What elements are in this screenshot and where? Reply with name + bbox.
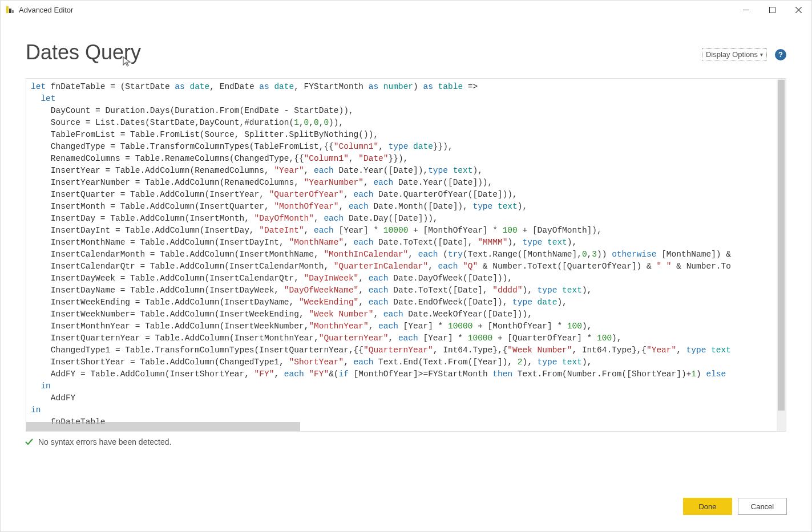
- horizontal-scroll-highlight: [26, 422, 300, 431]
- vertical-scrollbar[interactable]: [777, 79, 786, 431]
- help-button[interactable]: ?: [775, 49, 786, 60]
- cancel-button[interactable]: Cancel: [738, 498, 787, 515]
- code-editor-container: let fnDateTable = (StartDate as date, En…: [26, 78, 786, 432]
- checkmark-icon: [25, 437, 34, 446]
- minimize-button[interactable]: [733, 1, 759, 19]
- titlebar: Advanced Editor: [1, 1, 811, 19]
- code-editor[interactable]: let fnDateTable = (StartDate as date, En…: [26, 79, 786, 431]
- svg-rect-2: [12, 10, 14, 13]
- scroll-thumb[interactable]: [778, 80, 785, 411]
- cursor-icon: [123, 56, 132, 68]
- maximize-button[interactable]: [759, 1, 785, 19]
- svg-rect-1: [9, 9, 11, 13]
- close-button[interactable]: [785, 1, 811, 19]
- svg-rect-4: [769, 7, 775, 13]
- status-row: No syntax errors have been detected.: [25, 437, 786, 446]
- page-title: Dates Query: [26, 40, 702, 64]
- done-button[interactable]: Done: [683, 498, 732, 515]
- display-options-dropdown[interactable]: Display Options ▾: [702, 48, 767, 60]
- svg-rect-0: [6, 6, 9, 13]
- app-icon: [5, 5, 14, 14]
- status-message: No syntax errors have been detected.: [38, 437, 171, 446]
- chevron-down-icon: ▾: [760, 51, 763, 58]
- window-title: Advanced Editor: [19, 6, 73, 14]
- footer-buttons: Done Cancel: [683, 498, 787, 515]
- display-options-label: Display Options: [706, 50, 758, 59]
